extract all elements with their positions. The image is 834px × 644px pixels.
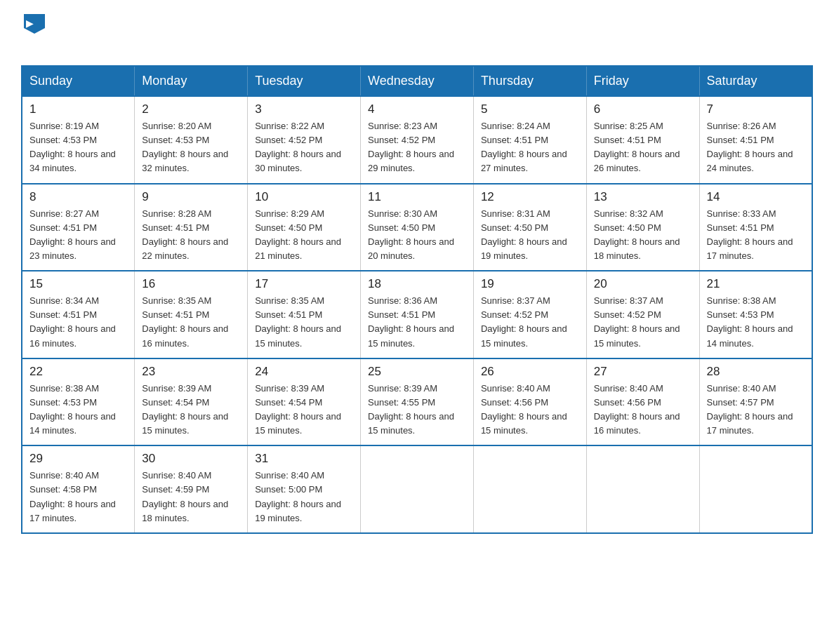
calendar-week-row: 1Sunrise: 8:19 AMSunset: 4:53 PMDaylight…	[22, 96, 812, 184]
day-info: Sunrise: 8:37 AMSunset: 4:52 PMDaylight:…	[481, 294, 579, 351]
calendar-cell: 4Sunrise: 8:23 AMSunset: 4:52 PMDaylight…	[361, 96, 474, 184]
day-number: 2	[142, 102, 240, 116]
page-header: ▶	[21, 14, 813, 53]
day-info: Sunrise: 8:37 AMSunset: 4:52 PMDaylight:…	[594, 294, 692, 351]
calendar-cell	[361, 445, 474, 533]
calendar-cell: 5Sunrise: 8:24 AMSunset: 4:51 PMDaylight…	[473, 96, 586, 184]
weekday-header-sunday: Sunday	[22, 66, 135, 96]
calendar-cell: 13Sunrise: 8:32 AMSunset: 4:50 PMDayligh…	[586, 184, 699, 271]
day-info: Sunrise: 8:34 AMSunset: 4:51 PMDaylight:…	[29, 294, 127, 351]
day-info: Sunrise: 8:19 AMSunset: 4:53 PMDaylight:…	[29, 119, 127, 176]
day-info: Sunrise: 8:22 AMSunset: 4:52 PMDaylight:…	[255, 119, 353, 176]
calendar-table: SundayMondayTuesdayWednesdayThursdayFrid…	[21, 65, 813, 534]
day-info: Sunrise: 8:28 AMSunset: 4:51 PMDaylight:…	[142, 207, 240, 264]
weekday-header-friday: Friday	[586, 66, 699, 96]
day-info: Sunrise: 8:31 AMSunset: 4:50 PMDaylight:…	[481, 207, 579, 264]
calendar-cell	[586, 445, 699, 533]
day-info: Sunrise: 8:36 AMSunset: 4:51 PMDaylight:…	[368, 294, 466, 351]
weekday-header-thursday: Thursday	[473, 66, 586, 96]
day-info: Sunrise: 8:40 AMSunset: 4:58 PMDaylight:…	[29, 469, 127, 525]
weekday-header-wednesday: Wednesday	[361, 66, 474, 96]
day-number: 28	[707, 365, 805, 379]
day-number: 8	[29, 190, 127, 204]
calendar-cell: 14Sunrise: 8:33 AMSunset: 4:51 PMDayligh…	[699, 184, 812, 271]
calendar-cell: 19Sunrise: 8:37 AMSunset: 4:52 PMDayligh…	[473, 271, 586, 358]
day-info: Sunrise: 8:39 AMSunset: 4:55 PMDaylight:…	[368, 382, 466, 438]
calendar-cell: 23Sunrise: 8:39 AMSunset: 4:54 PMDayligh…	[135, 358, 248, 446]
calendar-cell: 3Sunrise: 8:22 AMSunset: 4:52 PMDaylight…	[248, 96, 361, 184]
calendar-cell: 1Sunrise: 8:19 AMSunset: 4:53 PMDaylight…	[22, 96, 135, 184]
calendar-cell: 6Sunrise: 8:25 AMSunset: 4:51 PMDaylight…	[586, 96, 699, 184]
day-info: Sunrise: 8:33 AMSunset: 4:51 PMDaylight:…	[707, 207, 805, 264]
weekday-header-saturday: Saturday	[699, 66, 812, 96]
day-number: 1	[29, 102, 127, 116]
calendar-cell: 10Sunrise: 8:29 AMSunset: 4:50 PMDayligh…	[248, 184, 361, 271]
day-number: 7	[707, 102, 805, 116]
svg-text:▶: ▶	[26, 18, 34, 29]
calendar-cell: 28Sunrise: 8:40 AMSunset: 4:57 PMDayligh…	[699, 358, 812, 446]
day-number: 20	[594, 277, 692, 291]
day-number: 3	[255, 102, 353, 116]
calendar-cell	[699, 445, 812, 533]
calendar-cell: 16Sunrise: 8:35 AMSunset: 4:51 PMDayligh…	[135, 271, 248, 358]
calendar-cell: 17Sunrise: 8:35 AMSunset: 4:51 PMDayligh…	[248, 271, 361, 358]
logo: ▶	[21, 14, 46, 53]
day-info: Sunrise: 8:38 AMSunset: 4:53 PMDaylight:…	[707, 294, 805, 351]
day-number: 17	[255, 277, 353, 291]
day-number: 23	[142, 365, 240, 379]
calendar-week-row: 22Sunrise: 8:38 AMSunset: 4:53 PMDayligh…	[22, 358, 812, 446]
day-info: Sunrise: 8:30 AMSunset: 4:50 PMDaylight:…	[368, 207, 466, 264]
weekday-header-tuesday: Tuesday	[248, 66, 361, 96]
day-number: 31	[255, 452, 353, 466]
day-info: Sunrise: 8:27 AMSunset: 4:51 PMDaylight:…	[29, 207, 127, 264]
day-number: 22	[29, 365, 127, 379]
calendar-cell: 8Sunrise: 8:27 AMSunset: 4:51 PMDaylight…	[22, 184, 135, 271]
day-number: 27	[594, 365, 692, 379]
day-info: Sunrise: 8:38 AMSunset: 4:53 PMDaylight:…	[29, 382, 127, 438]
day-info: Sunrise: 8:32 AMSunset: 4:50 PMDaylight:…	[594, 207, 692, 264]
day-info: Sunrise: 8:29 AMSunset: 4:50 PMDaylight:…	[255, 207, 353, 264]
calendar-cell: 30Sunrise: 8:40 AMSunset: 4:59 PMDayligh…	[135, 445, 248, 533]
calendar-cell: 21Sunrise: 8:38 AMSunset: 4:53 PMDayligh…	[699, 271, 812, 358]
day-info: Sunrise: 8:39 AMSunset: 4:54 PMDaylight:…	[142, 382, 240, 438]
day-number: 12	[481, 190, 579, 204]
day-info: Sunrise: 8:35 AMSunset: 4:51 PMDaylight:…	[142, 294, 240, 351]
weekday-header-row: SundayMondayTuesdayWednesdayThursdayFrid…	[22, 66, 812, 96]
day-number: 14	[707, 190, 805, 204]
day-number: 16	[142, 277, 240, 291]
calendar-cell: 20Sunrise: 8:37 AMSunset: 4:52 PMDayligh…	[586, 271, 699, 358]
day-number: 25	[368, 365, 466, 379]
calendar-week-row: 29Sunrise: 8:40 AMSunset: 4:58 PMDayligh…	[22, 445, 812, 533]
logo-flag-icon: ▶	[22, 13, 46, 36]
day-info: Sunrise: 8:24 AMSunset: 4:51 PMDaylight:…	[481, 119, 579, 176]
calendar-cell: 24Sunrise: 8:39 AMSunset: 4:54 PMDayligh…	[248, 358, 361, 446]
day-info: Sunrise: 8:40 AMSunset: 4:56 PMDaylight:…	[594, 382, 692, 438]
calendar-cell	[473, 445, 586, 533]
day-number: 6	[594, 102, 692, 116]
day-number: 30	[142, 452, 240, 466]
day-info: Sunrise: 8:40 AMSunset: 4:56 PMDaylight:…	[481, 382, 579, 438]
calendar-cell: 27Sunrise: 8:40 AMSunset: 4:56 PMDayligh…	[586, 358, 699, 446]
calendar-cell: 31Sunrise: 8:40 AMSunset: 5:00 PMDayligh…	[248, 445, 361, 533]
day-number: 21	[707, 277, 805, 291]
day-number: 10	[255, 190, 353, 204]
day-info: Sunrise: 8:25 AMSunset: 4:51 PMDaylight:…	[594, 119, 692, 176]
calendar-cell: 26Sunrise: 8:40 AMSunset: 4:56 PMDayligh…	[473, 358, 586, 446]
day-number: 24	[255, 365, 353, 379]
day-number: 4	[368, 102, 466, 116]
day-number: 15	[29, 277, 127, 291]
weekday-header-monday: Monday	[135, 66, 248, 96]
day-number: 13	[594, 190, 692, 204]
day-info: Sunrise: 8:20 AMSunset: 4:53 PMDaylight:…	[142, 119, 240, 176]
calendar-cell: 2Sunrise: 8:20 AMSunset: 4:53 PMDaylight…	[135, 96, 248, 184]
calendar-cell: 18Sunrise: 8:36 AMSunset: 4:51 PMDayligh…	[361, 271, 474, 358]
day-info: Sunrise: 8:40 AMSunset: 4:59 PMDaylight:…	[142, 469, 240, 525]
calendar-cell: 12Sunrise: 8:31 AMSunset: 4:50 PMDayligh…	[473, 184, 586, 271]
calendar-cell: 25Sunrise: 8:39 AMSunset: 4:55 PMDayligh…	[361, 358, 474, 446]
day-info: Sunrise: 8:40 AMSunset: 4:57 PMDaylight:…	[707, 382, 805, 438]
calendar-cell: 7Sunrise: 8:26 AMSunset: 4:51 PMDaylight…	[699, 96, 812, 184]
day-number: 11	[368, 190, 466, 204]
calendar-cell: 9Sunrise: 8:28 AMSunset: 4:51 PMDaylight…	[135, 184, 248, 271]
calendar-cell: 22Sunrise: 8:38 AMSunset: 4:53 PMDayligh…	[22, 358, 135, 446]
day-info: Sunrise: 8:39 AMSunset: 4:54 PMDaylight:…	[255, 382, 353, 438]
